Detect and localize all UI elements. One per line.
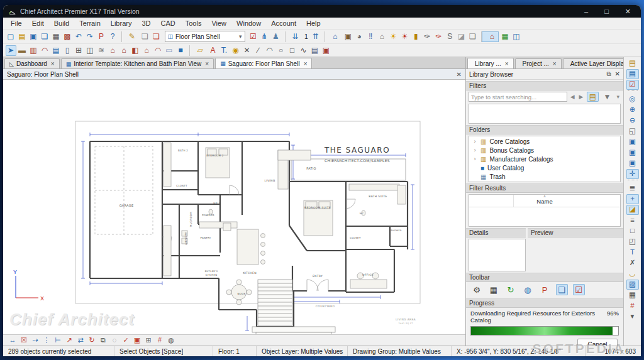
floor-up-button[interactable]: ⇈ — [310, 31, 321, 42]
folder-check-icon[interactable]: ❏ — [556, 284, 568, 295]
spray-can-icon[interactable]: ▮ — [411, 31, 421, 42]
print-preview-icon[interactable]: ▩ — [62, 31, 73, 42]
appliance-tool-icon[interactable]: ◧ — [130, 45, 141, 56]
temp-dimension-icon[interactable]: T — [626, 248, 639, 258]
folder-core-catalogs[interactable]: ›▥Core Catalogs — [469, 137, 620, 146]
spell-check-icon[interactable]: ✓ — [121, 335, 131, 346]
menu-3d[interactable]: 3D — [136, 19, 155, 27]
menu-build[interactable]: Build — [49, 19, 74, 27]
menu-window[interactable]: Window — [231, 19, 266, 27]
library-search-button[interactable]: ▤ — [587, 92, 599, 102]
door-tool-icon[interactable]: ◫ — [85, 45, 96, 56]
results-name-column-header[interactable]: ᴧ Name — [469, 195, 620, 207]
new-plan-icon[interactable]: ▢ — [6, 31, 16, 42]
tab-close-icon[interactable]: × — [553, 60, 557, 67]
material-painter-icon[interactable]: ◪ — [456, 31, 467, 42]
ceiling-tool-icon[interactable]: ◠ — [153, 45, 164, 56]
doll-house-view-icon[interactable]: ⌂ — [377, 31, 387, 42]
adjust-materials-icon[interactable]: S — [445, 31, 455, 42]
menu-file[interactable]: File — [6, 19, 27, 27]
dimension-tool-icon[interactable]: ▱ — [189, 45, 207, 56]
accurate-move-icon[interactable]: # — [155, 335, 165, 346]
point-to-point-move-icon[interactable]: ⇢ — [30, 335, 41, 346]
rotate-icon[interactable]: ↻ — [87, 335, 97, 346]
sun-icon[interactable]: ☀ — [388, 31, 399, 42]
export-icon[interactable]: ❏ — [40, 31, 50, 42]
layer-sets-icon[interactable]: ≣ — [626, 183, 639, 194]
tab-close-icon[interactable]: × — [505, 60, 509, 67]
active-layer-panel-icon[interactable]: ☑ — [626, 80, 639, 90]
refresh-icon[interactable]: ↻ — [505, 284, 517, 295]
render-view-icon[interactable]: ▣ — [343, 31, 353, 42]
filter-results-table[interactable]: ᴧ Name — [469, 194, 621, 227]
box-tool-icon[interactable]: □ — [287, 45, 297, 56]
fill-window-building-icon[interactable]: ▣ — [626, 148, 639, 158]
zoom-out-icon[interactable]: ⊖ — [626, 116, 639, 126]
callout-tool-icon[interactable]: ◉ — [230, 45, 241, 56]
blend-colors-icon[interactable]: ❏ — [467, 31, 478, 42]
tab-saguaro[interactable]: ▦Saguaro: Floor Plan Shell× — [215, 58, 312, 68]
menu-tools[interactable]: Tools — [180, 19, 207, 27]
edit-view-icon[interactable]: ✎ — [121, 31, 139, 42]
tab-close-icon[interactable]: × — [205, 60, 209, 67]
expander-icon[interactable]: › — [472, 156, 477, 162]
library-browser-panel-icon[interactable]: ▤ — [626, 58, 639, 68]
menu-library[interactable]: Library — [106, 19, 137, 27]
save-view-icon[interactable]: ❏ — [140, 31, 150, 42]
floor-down-button[interactable]: ⇊ — [285, 31, 303, 42]
menu-help[interactable]: Help — [301, 19, 326, 27]
plan-check-icon[interactable]: ◍ — [166, 335, 177, 346]
filter-caret-icon[interactable]: ▾ — [615, 94, 621, 100]
grid-display-icon[interactable]: ▦ — [626, 290, 639, 300]
more-icon[interactable]: ▾ — [626, 312, 639, 322]
select-objects-icon[interactable]: ➤ — [6, 45, 16, 56]
multiple-copy-icon[interactable]: ⋮ — [42, 335, 52, 346]
tab-dashboard[interactable]: ◺Dashboard× — [4, 58, 60, 68]
point-marker-icon[interactable]: ✕ — [242, 45, 252, 56]
tab-project[interactable]: Project ...× — [515, 58, 562, 68]
view-options-icon[interactable]: ▦ — [488, 284, 500, 295]
fill-window-icon[interactable]: ▣ — [626, 137, 639, 147]
search-input[interactable]: Type to start searching... — [469, 92, 567, 102]
line-tool-icon[interactable]: ∕ — [253, 45, 264, 56]
arc-creation-icon[interactable]: ◡ — [626, 269, 639, 279]
layout-icon[interactable]: ◫ — [511, 31, 521, 42]
tab-library[interactable]: Library ...× — [467, 58, 514, 68]
menu-terrain[interactable]: Terrain — [74, 19, 106, 27]
preview-pane-icon[interactable]: ◰ — [626, 237, 639, 247]
eyedropper-icon[interactable]: ✑ — [422, 31, 433, 42]
settings-gear-icon[interactable]: ⚙ — [471, 284, 483, 295]
search-next-icon[interactable]: ▶ — [578, 94, 585, 100]
fixture-tool-icon[interactable]: ⌂ — [119, 45, 130, 56]
print-icon[interactable]: ▦ — [51, 31, 62, 42]
arc-tool-icon[interactable]: ◠ — [264, 45, 275, 56]
drawing-canvas[interactable]: THE SAGUAROCHIEFARCHITECT.COM/SAMPLESPAT… — [3, 80, 465, 334]
cabinet-tool-icon[interactable]: ⌂ — [108, 45, 118, 56]
library-browser-toggle-icon[interactable]: ⌂ — [481, 31, 499, 42]
undo-icon[interactable]: ↶ — [74, 31, 84, 42]
expander-icon[interactable]: › — [472, 138, 477, 145]
curved-wall-icon[interactable]: ◠ — [40, 45, 50, 56]
menu-edit[interactable]: Edit — [27, 19, 49, 27]
close-button[interactable]: ✕ — [625, 8, 631, 16]
folder-manufacturer-catalogs[interactable]: ›▥Manufacturer Catalogs — [469, 155, 620, 163]
maximize-button[interactable]: □ — [604, 8, 609, 16]
float-panel-icon[interactable]: ⧉ — [606, 70, 611, 78]
circle-tool-icon[interactable]: ○ — [275, 45, 286, 56]
cad-detail-icon[interactable]: ▤ — [309, 45, 320, 56]
zoom-in-icon[interactable]: ⊕ — [626, 105, 639, 115]
pan-window-icon[interactable]: ✛ — [626, 169, 639, 179]
railing-tool-icon[interactable]: ▥ — [28, 45, 39, 56]
camera-view-icon[interactable]: ⌂ — [325, 31, 342, 42]
preferences-icon[interactable]: P — [96, 31, 107, 42]
picture-file-icon[interactable]: ▦ — [499, 31, 510, 42]
rich-text-tool-icon[interactable]: T. — [219, 45, 230, 56]
floor-tool-icon[interactable]: ▤ — [51, 45, 62, 56]
select-marquee-icon[interactable]: ◌ — [109, 335, 120, 346]
reference-grid-icon[interactable]: + — [626, 194, 639, 204]
delete-icon[interactable]: ☒ — [19, 335, 30, 346]
expander-icon[interactable]: › — [472, 147, 477, 153]
resize-icon[interactable]: ↗ — [64, 335, 75, 346]
menu-view[interactable]: View — [206, 19, 231, 27]
help-icon[interactable]: ? — [108, 31, 118, 42]
